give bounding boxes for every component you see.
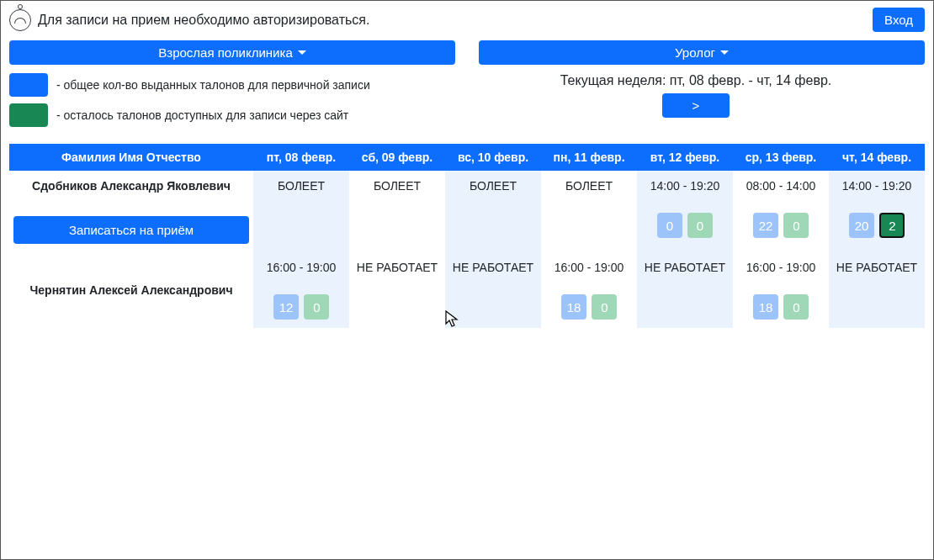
- time-range: 16:00 - 19:00: [544, 261, 634, 274]
- col-day-0: пт, 08 февр.: [253, 144, 349, 171]
- available-count: 0: [783, 213, 809, 238]
- next-week-button[interactable]: >: [662, 93, 730, 118]
- issued-count: 0: [657, 213, 682, 238]
- current-week-label: Текущая неделя: пт, 08 февр. - чт, 14 фе…: [467, 73, 925, 88]
- day-cell: БОЛЕЕТ: [253, 171, 349, 252]
- available-count: 0: [783, 294, 809, 320]
- day-cell[interactable]: 16:00 - 19:00120: [253, 252, 349, 328]
- col-day-5: ср, 13 февр.: [733, 144, 829, 171]
- top-bar: Для записи на прием необходимо авторизир…: [9, 8, 925, 32]
- day-cell: БОЛЕЕТ: [445, 171, 541, 252]
- day-cell: НЕ РАБОТАЕТ: [637, 252, 733, 328]
- status-text: НЕ РАБОТАЕТ: [640, 261, 730, 274]
- issued-count: 20: [849, 213, 875, 238]
- day-cell: БОЛЕЕТ: [349, 171, 445, 252]
- week-block: Текущая неделя: пт, 08 февр. - чт, 14 фе…: [467, 73, 925, 118]
- col-name: Фамилия Имя Отчество: [9, 144, 253, 171]
- available-count[interactable]: 2: [879, 213, 905, 238]
- issued-count: 18: [561, 294, 587, 320]
- status-text: БОЛЕЕТ: [257, 179, 346, 193]
- legend-available: - осталось талонов доступных для записи …: [9, 103, 467, 127]
- clinic-dropdown-label: Взрослая поликлиника: [158, 45, 292, 60]
- available-count: 0: [304, 294, 329, 320]
- day-cell[interactable]: 14:00 - 19:20202: [829, 171, 925, 252]
- count-wrap: 180: [736, 294, 825, 320]
- caret-down-icon: [720, 50, 729, 55]
- legend-week-row: - общее кол-во выданных талонов для перв…: [9, 73, 925, 134]
- table-row: Сдобников Александр ЯковлевичЗаписаться …: [9, 171, 925, 252]
- day-cell[interactable]: 08:00 - 14:00220: [733, 171, 829, 252]
- filter-row: Взрослая поликлиника Уролог: [9, 40, 925, 65]
- col-day-1: сб, 09 февр.: [349, 144, 445, 171]
- time-range: 16:00 - 19:00: [736, 261, 825, 274]
- swatch-green: [9, 103, 48, 127]
- status-text: НЕ РАБОТАЕТ: [353, 261, 442, 274]
- available-count: 0: [687, 213, 713, 238]
- day-cell[interactable]: 16:00 - 19:00180: [541, 252, 637, 328]
- day-cell[interactable]: 14:00 - 19:2000: [637, 171, 733, 252]
- specialty-dropdown[interactable]: Уролог: [479, 40, 925, 65]
- day-cell: НЕ РАБОТАЕТ: [349, 252, 445, 328]
- login-button[interactable]: Вход: [873, 8, 925, 32]
- auth-notice: Для записи на прием необходимо авторизир…: [38, 13, 369, 28]
- user-icon: [9, 9, 31, 31]
- table-body: Сдобников Александр ЯковлевичЗаписаться …: [9, 171, 925, 328]
- col-day-4: вт, 12 февр.: [637, 144, 733, 171]
- count-wrap: 00: [640, 213, 730, 238]
- count-wrap: 202: [832, 213, 921, 238]
- col-day-3: пн, 11 февр.: [541, 144, 637, 171]
- count-wrap: 180: [544, 294, 634, 320]
- issued-count: 22: [753, 213, 779, 238]
- swatch-blue: [9, 73, 48, 97]
- top-bar-left: Для записи на прием необходимо авторизир…: [9, 9, 369, 31]
- available-count: 0: [592, 294, 617, 320]
- col-day-6: чт, 14 февр.: [829, 144, 925, 171]
- time-range: 14:00 - 19:20: [640, 179, 730, 193]
- specialty-dropdown-label: Уролог: [675, 45, 715, 60]
- status-text: БОЛЕЕТ: [544, 179, 634, 193]
- doctor-name: Чернятин Алексей Александрович: [13, 283, 250, 297]
- legend-issued: - общее кол-во выданных талонов для перв…: [9, 73, 467, 97]
- status-text: БОЛЕЕТ: [448, 179, 538, 193]
- status-text: НЕ РАБОТАЕТ: [448, 261, 538, 274]
- status-text: НЕ РАБОТАЕТ: [832, 261, 921, 274]
- col-day-2: вс, 10 февр.: [445, 144, 541, 171]
- legend-available-label: - осталось талонов доступных для записи …: [56, 108, 348, 122]
- issued-count: 18: [753, 294, 779, 320]
- day-cell: НЕ РАБОТАЕТ: [445, 252, 541, 328]
- status-text: БОЛЕЕТ: [353, 179, 442, 193]
- day-cell: НЕ РАБОТАЕТ: [829, 252, 925, 328]
- book-button[interactable]: Записаться на приём: [13, 216, 249, 244]
- time-range: 16:00 - 19:00: [257, 261, 346, 274]
- legend-issued-label: - общее кол-во выданных талонов для перв…: [56, 78, 370, 92]
- legend-block: - общее кол-во выданных талонов для перв…: [9, 73, 467, 134]
- count-wrap: 120: [257, 294, 346, 320]
- doctor-cell: Чернятин Алексей Александрович: [9, 252, 253, 328]
- time-range: 08:00 - 14:00: [736, 179, 825, 193]
- issued-count: 12: [273, 294, 300, 320]
- day-cell[interactable]: 16:00 - 19:00180: [733, 252, 829, 328]
- doctor-cell: Сдобников Александр ЯковлевичЗаписаться …: [9, 171, 253, 252]
- caret-down-icon: [298, 50, 306, 55]
- time-range: 14:00 - 19:20: [832, 179, 921, 193]
- app-frame: Для записи на прием необходимо авторизир…: [0, 0, 934, 560]
- day-cell: БОЛЕЕТ: [541, 171, 637, 252]
- schedule-table: Фамилия Имя Отчество пт, 08 февр. сб, 09…: [9, 144, 925, 328]
- table-header-row: Фамилия Имя Отчество пт, 08 февр. сб, 09…: [9, 144, 925, 171]
- count-wrap: 220: [736, 213, 825, 238]
- clinic-dropdown[interactable]: Взрослая поликлиника: [9, 40, 455, 65]
- doctor-name: Сдобников Александр Яковлевич: [13, 179, 250, 193]
- table-row: Чернятин Алексей Александрович16:00 - 19…: [9, 252, 925, 328]
